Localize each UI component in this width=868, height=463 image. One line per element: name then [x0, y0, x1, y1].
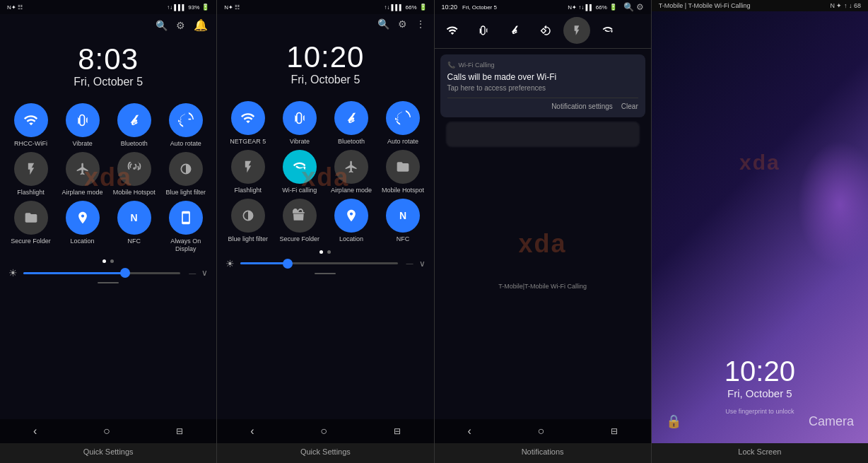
qs-item-securefolder-2[interactable]: Secure Folder — [276, 199, 323, 243]
qs-item-airplane-2[interactable]: Airplane mode — [327, 150, 375, 194]
qs-toolbar-2: 🔍 ⚙ ⋮ — [217, 14, 433, 34]
expand-icon-1[interactable]: ∨ — [201, 268, 208, 278]
back-btn-3[interactable]: ‹ — [467, 425, 471, 438]
battery-icon-3: 🔋 — [609, 4, 617, 11]
qs-item-autorotate-2[interactable]: Auto rotate — [379, 101, 426, 146]
recents-btn-1[interactable]: ⊟ — [176, 426, 183, 436]
location-label-2: Location — [339, 235, 363, 243]
brightness-thumb-2[interactable] — [283, 259, 293, 269]
nav-bar-1: ‹ ○ ⊟ — [0, 419, 216, 443]
battery-icon-1: 🔋 — [201, 4, 209, 11]
brightness-slider-2[interactable] — [240, 262, 397, 264]
securefolder-label-2: Secure Folder — [280, 235, 320, 243]
mini-flashlight-3[interactable] — [563, 17, 590, 44]
mini-bluetooth-3[interactable]: 𝒷 — [501, 17, 528, 44]
recents-btn-2[interactable]: ⊟ — [394, 426, 401, 436]
search-icon-3[interactable]: 🔍 — [623, 2, 634, 12]
notif-header-3: 📞 Wi-Fi Calling — [447, 61, 638, 69]
qs-item-vibrate-1[interactable]: Vibrate — [59, 103, 106, 148]
bluelight-icon-1 — [169, 152, 203, 186]
search-icon-1[interactable]: 🔍 — [156, 20, 168, 31]
qs-item-wificalling-2[interactable]: Wi-Fi calling — [276, 150, 323, 194]
lock-provider-bar: T-Mobile | T-Mobile Wi-Fi Calling N ✦ ↑ … — [652, 0, 868, 11]
camera-label[interactable]: Camera — [809, 414, 854, 429]
qs-item-airplane-1[interactable]: Airplane mode — [59, 152, 106, 197]
recents-btn-3[interactable]: ⊟ — [611, 426, 618, 436]
airplane-icon-1 — [66, 152, 100, 186]
qs-item-location-2[interactable]: Location — [327, 199, 375, 243]
lock-date: Fri, October 5 — [652, 387, 868, 399]
brightness-separator-2: — — [406, 259, 414, 267]
notification-area-3: 📞 Wi-Fi Calling Calls will be made over … — [435, 50, 651, 154]
qs-item-aod-1[interactable]: Always On Display — [162, 201, 209, 253]
mini-vibrate-3[interactable] — [470, 17, 497, 44]
search-icon-2[interactable]: 🔍 — [377, 18, 389, 30]
back-btn-1[interactable]: ‹ — [33, 425, 37, 438]
caption-1: Quick Settings — [0, 443, 216, 463]
mini-wifi-3[interactable] — [439, 17, 466, 44]
qs-item-flashlight-1[interactable]: Flashlight — [7, 152, 54, 197]
screen-2: N✦ ☷ ↑↓ ▌▌▌ 66% 🔋 🔍 ⚙ ⋮ 10:20 Fri, Octob… — [217, 0, 434, 463]
lock-icon[interactable]: 🔒 — [666, 414, 681, 429]
pagination-1 — [0, 257, 216, 266]
notification-card-3[interactable]: 📞 Wi-Fi Calling Calls will be made over … — [440, 54, 645, 117]
expand-icon-2[interactable]: ∨ — [419, 259, 426, 269]
brightness-separator-1: — — [189, 269, 196, 277]
qs-item-nfc-2[interactable]: N NFC — [379, 199, 426, 243]
qs-item-bluelight-2[interactable]: Blue light filter — [224, 199, 271, 243]
settings-icon-1[interactable]: ⚙ — [176, 20, 185, 31]
settings-icon-3[interactable]: ⚙ — [636, 2, 644, 12]
qs-item-wifi-1[interactable]: RHCC-WiFi — [7, 103, 54, 148]
vibrate-label-1: Vibrate — [72, 140, 92, 148]
qs-item-hotspot-2[interactable]: Mobile Hotspot — [379, 150, 426, 194]
lock-screen-bg: xda 10:20 Fri, October 5 Use fingerprint… — [652, 11, 868, 443]
qs-item-bluetooth-2[interactable]: 𝒷 Bluetooth — [327, 101, 375, 146]
brightness-thumb-1[interactable] — [120, 268, 130, 278]
dot-1-active — [102, 259, 106, 263]
notification-icon-1[interactable]: 🔔 — [194, 18, 208, 32]
status-bar-2: N✦ ☷ ↑↓ ▌▌▌ 66% 🔋 — [217, 0, 433, 14]
notif-subtitle-3: Tap here to access preferences — [447, 84, 638, 92]
qs-item-vibrate-2[interactable]: Vibrate — [276, 101, 323, 146]
autorotate-icon-1 — [169, 103, 203, 137]
qs-item-nfc-1[interactable]: N NFC — [110, 201, 158, 253]
status-icons-2: N✦ ☷ — [224, 4, 240, 11]
more-icon-2[interactable]: ⋮ — [416, 18, 426, 30]
home-btn-3[interactable]: ○ — [537, 425, 544, 438]
back-btn-2[interactable]: ‹ — [250, 425, 254, 438]
bluetooth-icon-2: 𝒷 — [334, 101, 368, 135]
notif-header-text-3: Wi-Fi Calling — [459, 61, 495, 69]
caption-3: Notifications — [435, 443, 651, 463]
qs-item-bluetooth-1[interactable]: 𝒷 Bluetooth — [110, 103, 158, 148]
qs-item-hotspot-1[interactable]: Mobile Hotspot — [110, 152, 158, 197]
caption-4: Lock Screen — [652, 443, 868, 463]
screen-1: N✦ ☷ ↑↓ ▌▌▌ 93% 🔋 🔍 ⚙ 🔔 8:03 Fri, Octobe… — [0, 0, 217, 463]
wifi-icon-2 — [231, 101, 265, 135]
qs-item-autorotate-1[interactable]: Auto rotate — [162, 103, 209, 148]
dot-1-inactive — [110, 259, 114, 263]
home-btn-2[interactable]: ○ — [320, 425, 327, 438]
qs-item-securefolder-1[interactable]: Secure Folder — [7, 201, 54, 253]
mini-wificalling-3[interactable] — [594, 17, 621, 44]
qs-item-location-1[interactable]: Location — [59, 201, 106, 253]
securefolder-label-1: Secure Folder — [11, 238, 51, 245]
qs-item-wifi-2[interactable]: NETGEAR 5 — [224, 101, 271, 146]
airplane-label-1: Airplane mode — [62, 189, 103, 197]
qs-item-flashlight-2[interactable]: Flashlight — [224, 150, 271, 194]
notif-settings-btn-3[interactable]: Notification settings — [551, 102, 613, 110]
screen-3: 10:20 Fri, October 5 N✦ ↑↓ ▌▌ 66% 🔋 🔍 ⚙ — [435, 0, 652, 463]
mini-autorotate-3[interactable] — [532, 17, 559, 44]
nav-bar-2: ‹ ○ ⊟ — [217, 419, 433, 443]
settings-icon-2[interactable]: ⚙ — [398, 18, 407, 30]
notif-clear-btn-3[interactable]: Clear — [621, 102, 638, 110]
home-btn-1[interactable]: ○ — [103, 425, 110, 438]
notif-actions-3: Notification settings Clear — [447, 98, 638, 110]
status-bar-3: 10:20 Fri, October 5 N✦ ↑↓ ▌▌ 66% 🔋 🔍 ⚙ — [435, 0, 651, 14]
qs-item-bluelight-1[interactable]: Blue light filter — [162, 152, 209, 197]
purple-blob — [797, 141, 868, 268]
brightness-slider-1[interactable] — [23, 272, 180, 274]
location-icon-1 — [66, 201, 100, 235]
status-icons-3: N✦ ↑↓ ▌▌ — [568, 4, 594, 11]
hotspot-icon-1 — [117, 152, 151, 186]
status-right-2: ↑↓ ▌▌▌ 66% 🔋 — [384, 4, 426, 11]
